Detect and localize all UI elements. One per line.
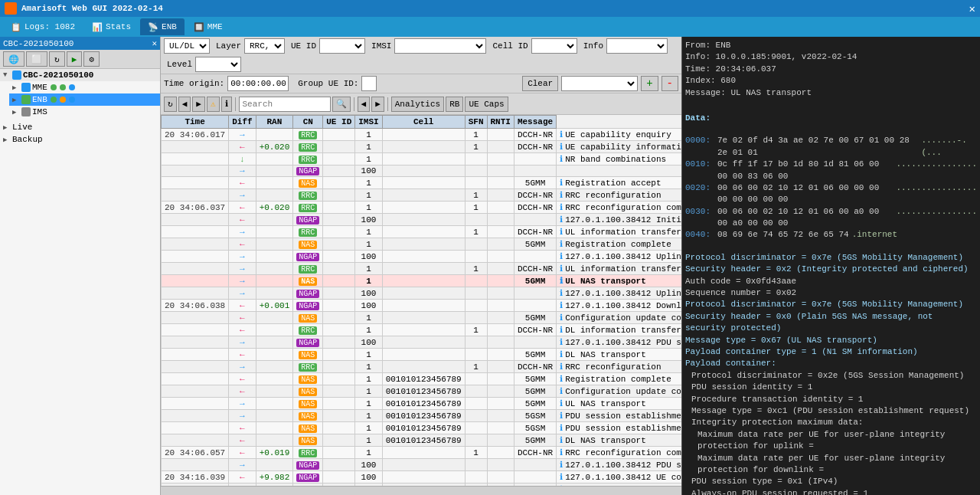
ue-caps-button[interactable]: UE Caps	[465, 97, 508, 112]
tree-item-live[interactable]: ▶ Live	[0, 121, 160, 133]
sfn-cell	[487, 398, 514, 410]
table-row[interactable]: ←NAS15GMMℹRegistration accept	[162, 177, 682, 189]
table-row[interactable]: →NGAP100ℹ127.0.1.100.38412 PDU session r…	[162, 336, 682, 349]
rb-button[interactable]: RB	[446, 97, 463, 112]
table-row[interactable]: ←NAS10010101234567895GSMℹPDU session est…	[162, 422, 682, 434]
btn-refresh[interactable]: ↻	[49, 51, 65, 67]
tab-mme[interactable]: 🔲 MME	[186, 18, 230, 35]
table-row[interactable]: ←NAS10010101234567895GMMℹRegistration co…	[162, 373, 682, 385]
table-row[interactable]: ←+0.020RRC11DCCH-NRℹUE capability inform…	[162, 141, 682, 153]
table-row[interactable]: 20 34:06.017→RRC11DCCH-NRℹUE capability …	[162, 129, 682, 141]
btn-settings[interactable]: ⚙	[83, 51, 100, 67]
table-row[interactable]: 20 34:16.039←+9.982NGAP100ℹ127.0.1.100.3…	[162, 471, 682, 484]
btn-back[interactable]: ◀	[178, 97, 191, 112]
table-row[interactable]: →RRC11DCCH-NRℹUL information transfer	[162, 226, 682, 238]
table-row[interactable]: ←NGAP100ℹ127.0.1.100.38412 Initial conte…	[162, 214, 682, 226]
protocol-line: Message type = 0x67 (UL NAS transport)	[685, 335, 977, 346]
tab-enb[interactable]: 📡 ENB	[140, 18, 185, 35]
table-row[interactable]: →NAS10010101234567895GSMℹPDU session est…	[162, 410, 682, 422]
analytics-button[interactable]: Analytics	[391, 97, 444, 112]
table-row[interactable]: →NAS15GMMℹUL NAS transport	[162, 275, 682, 287]
cn-cell	[323, 361, 355, 373]
add-button[interactable]: +	[641, 76, 658, 91]
btn-stop[interactable]: ⬜	[26, 51, 47, 67]
arrow-cell: ←	[229, 141, 256, 153]
table-row[interactable]: ←NAS15GMMℹConfiguration update command	[162, 312, 682, 324]
message-cell	[557, 166, 681, 177]
btn-next[interactable]: ▶	[371, 97, 384, 112]
table-row[interactable]: →NAS10010101234567895GMMℹUL NAS transpor…	[162, 398, 682, 410]
ran-cell: NAS	[293, 398, 323, 410]
table-row[interactable]: 20 34:06.057←+0.019RRC11DCCH-NRℹRRC reco…	[162, 447, 682, 459]
tab-logs[interactable]: 📋 Logs: 1082	[3, 18, 83, 35]
clear-select[interactable]	[561, 76, 638, 91]
level-select[interactable]	[195, 57, 241, 72]
table-row[interactable]: →RRC11DCCH-NRℹRRC reconfiguration	[162, 361, 682, 373]
message-cell: ℹDL NAS transport	[557, 349, 681, 361]
group-ue-id-input[interactable]	[361, 76, 377, 91]
tree-item-ims[interactable]: ▶ IMS	[9, 106, 160, 118]
btn-play[interactable]: ▶	[67, 51, 83, 67]
imsi-cell	[382, 275, 465, 287]
tree-close-icon[interactable]: ✕	[152, 38, 157, 48]
table-row[interactable]: ←NAS15GMMℹRegistration complete	[162, 238, 682, 251]
table-row[interactable]: ←NAS15GMMℹDL NAS transport	[162, 349, 682, 361]
close-icon[interactable]: ✕	[969, 2, 975, 15]
table-row[interactable]: →NGAP100ℹ127.0.1.100.38412 Uplink NAS tr…	[162, 251, 682, 263]
info-select[interactable]	[606, 38, 668, 54]
clear-button[interactable]: Clear	[522, 76, 558, 91]
ue-id-select[interactable]	[319, 38, 365, 54]
time-origin-input[interactable]	[227, 76, 289, 91]
ue-id-cell: 1	[355, 153, 382, 166]
cell-id-select[interactable]	[531, 38, 577, 54]
table-row[interactable]: ←NAS10010101234567895GMMℹDL NAS transpor…	[162, 434, 682, 447]
app-title: Amarisoft Web GUI 2022-02-14	[21, 4, 163, 13]
tree-item-backup[interactable]: ▶ Backup	[0, 133, 160, 146]
table-row[interactable]: 20 34:06.037←+0.020RRC11DCCH-NRℹRRC reco…	[162, 202, 682, 214]
btn-filter-icon[interactable]: 🔍	[332, 97, 351, 112]
diff-cell	[256, 385, 293, 398]
btn-forward[interactable]: ▶	[192, 97, 205, 112]
ue-id-cell: 1	[355, 129, 382, 141]
btn-prev[interactable]: ◀	[358, 97, 371, 112]
horizontal-scrollbar[interactable]	[161, 486, 681, 495]
ran-cell: NGAP	[293, 336, 323, 349]
layer-select[interactable]: RRC,	[244, 38, 285, 54]
table-row[interactable]: ↓RRC1ℹNR band combinations	[162, 153, 682, 166]
rnti-cell: 5GMM	[514, 373, 556, 385]
imsi-select[interactable]	[394, 38, 486, 54]
table-row[interactable]: ←RRC11DCCH-NRℹDL information transfer	[162, 324, 682, 336]
search-input[interactable]	[239, 97, 331, 112]
table-row[interactable]: ←NAS10010101234567895GMMℹConfiguration u…	[162, 385, 682, 398]
tree-root-label: CBC-2021050100	[23, 70, 93, 80]
table-row[interactable]: →NGAP100ℹ127.0.1.100.38412 PDU session r…	[162, 459, 682, 471]
btn-refresh-table[interactable]: ↻	[164, 97, 177, 112]
tree-item-mme[interactable]: ▶ MME	[9, 81, 160, 93]
table-row[interactable]: →RRC11DCCH-NRℹUL information transfer	[162, 263, 682, 275]
rnti-cell: DCCH-NR	[514, 129, 556, 141]
message-cell: ℹRRC reconfiguration	[557, 189, 681, 202]
time-cell	[162, 141, 229, 153]
tree-item-enb[interactable]: ▶ ENB	[9, 93, 160, 106]
tree-root-item[interactable]: ▼ CBC-2021050100	[0, 69, 160, 81]
btn-warning[interactable]: ⚠	[207, 97, 220, 112]
table-row[interactable]: →NGAP100	[162, 166, 682, 177]
btn-info[interactable]: ℹ	[221, 97, 232, 112]
minus-button[interactable]: -	[662, 76, 678, 91]
time-cell	[162, 153, 229, 166]
table-row[interactable]: →NGAP100ℹ127.0.1.100.38412 Uplink NAS tr…	[162, 287, 682, 300]
sfn-cell	[487, 153, 514, 166]
message-cell: ℹUL NAS transport	[557, 398, 681, 410]
ue-id-cell: 100	[355, 300, 382, 312]
diff-cell	[256, 166, 293, 177]
rnti-cell	[514, 214, 556, 226]
table-row[interactable]: 20 34:06.038←+0.001NGAP100ℹ127.0.1.100.3…	[162, 300, 682, 312]
ul-dl-select[interactable]: UL/DL	[164, 38, 210, 54]
tab-stats[interactable]: 📊 Stats	[84, 18, 139, 35]
table-row[interactable]: →RRC11DCCH-NRℹRRC reconfiguration	[162, 189, 682, 202]
protocol-line: Maximum data rate per UE for user-plane …	[685, 429, 977, 453]
btn-new[interactable]: 🌐	[3, 51, 24, 67]
table-container[interactable]: Time Diff RAN CN UE ID IMSI Cell SFN RNT…	[161, 115, 681, 486]
hex-line-2: 0020: 00 06 00 02 10 12 01 06 00 00 00 0…	[685, 182, 977, 206]
time-cell	[162, 214, 229, 226]
